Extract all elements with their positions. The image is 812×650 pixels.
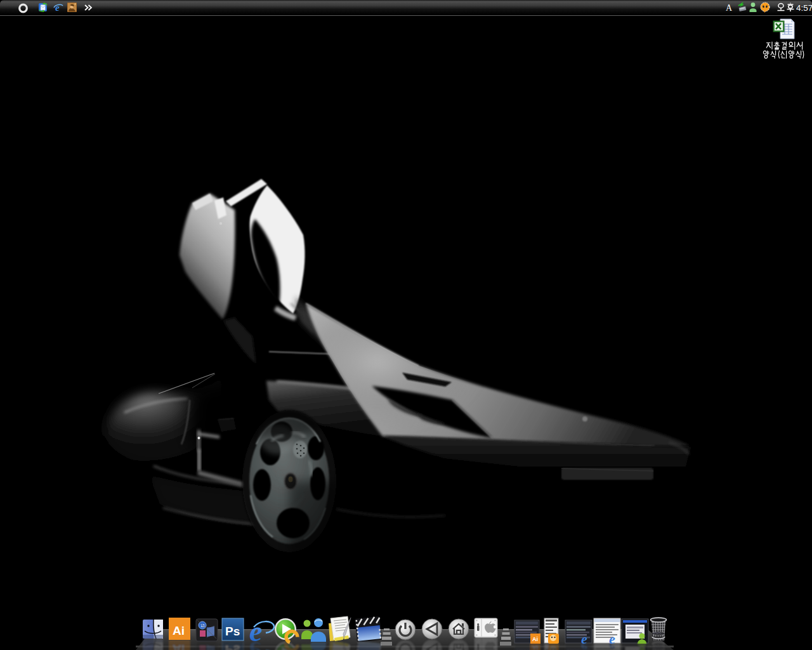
svg-text:Ps: Ps: [225, 625, 240, 638]
svg-text:A: A: [726, 3, 733, 13]
svg-text:Ai: Ai: [532, 636, 538, 642]
svg-text:Ai: Ai: [173, 624, 185, 637]
svg-text:e: e: [55, 3, 60, 13]
svg-text:4:57: 4:57: [796, 3, 812, 13]
